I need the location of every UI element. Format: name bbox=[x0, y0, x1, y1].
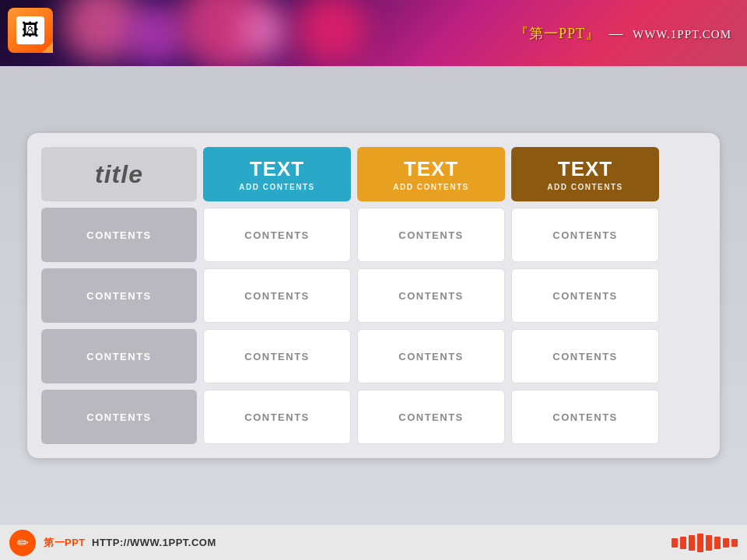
cell-text: CONTENTS bbox=[398, 290, 464, 302]
data-cell-r3c2[interactable]: CONTENTS bbox=[203, 329, 351, 383]
title-label: title bbox=[95, 160, 143, 189]
header-cell-blue[interactable]: TEXT ADD CONTENTS bbox=[203, 147, 351, 201]
data-cell-r4c1[interactable]: CONTENTS bbox=[41, 390, 197, 444]
bar-8 bbox=[731, 539, 738, 547]
cell-text: CONTENTS bbox=[86, 351, 152, 362]
data-cell-r1c2[interactable]: CONTENTS bbox=[203, 208, 351, 262]
header-banner: 🖼 『第一PPT』 — WWW.1PPT.COM bbox=[0, 0, 747, 66]
data-cell-r1c1[interactable]: CONTENTS bbox=[41, 208, 197, 262]
tagline-dash: — bbox=[608, 26, 623, 41]
bokeh-decoration bbox=[124, 4, 187, 66]
cell-text: CONTENTS bbox=[244, 411, 310, 423]
header-cell-orange[interactable]: TEXT ADD CONTENTS bbox=[357, 147, 505, 201]
bar-6 bbox=[714, 537, 721, 549]
data-cell-r2c2[interactable]: CONTENTS bbox=[203, 268, 351, 323]
cell-text: CONTENTS bbox=[86, 290, 152, 302]
cell-text: CONTENTS bbox=[244, 229, 310, 241]
data-cell-r1c4[interactable]: CONTENTS bbox=[511, 208, 659, 262]
cell-text: CONTENTS bbox=[86, 229, 152, 241]
cell-text: CONTENTS bbox=[86, 411, 152, 423]
footer-url: HTTP://WWW.1PPT.COM bbox=[92, 537, 216, 548]
header-main-text-2: TEXT bbox=[404, 157, 458, 181]
app-logo: 🖼 bbox=[8, 8, 53, 53]
data-cell-r2c3[interactable]: CONTENTS bbox=[357, 268, 505, 323]
cell-text: CONTENTS bbox=[244, 351, 310, 362]
header-sub-text-3: ADD CONTENTS bbox=[547, 183, 622, 191]
bar-1 bbox=[672, 538, 678, 548]
main-content: title TEXT ADD CONTENTS TEXT ADD CONTENT… bbox=[0, 66, 747, 525]
header-cell-brown[interactable]: TEXT ADD CONTENTS bbox=[511, 147, 659, 201]
data-cell-r4c2[interactable]: CONTENTS bbox=[203, 390, 351, 444]
table-container: title TEXT ADD CONTENTS TEXT ADD CONTENT… bbox=[27, 133, 720, 458]
footer-bars bbox=[672, 534, 738, 552]
data-cell-r3c1[interactable]: CONTENTS bbox=[41, 329, 197, 383]
cell-text: CONTENTS bbox=[552, 411, 618, 423]
title-cell: title bbox=[41, 147, 197, 201]
data-cell-r2c4[interactable]: CONTENTS bbox=[511, 268, 659, 323]
cell-text: CONTENTS bbox=[552, 290, 618, 302]
header-main-text-1: TEXT bbox=[250, 157, 304, 181]
cell-text: CONTENTS bbox=[244, 290, 310, 302]
cell-text: CONTENTS bbox=[552, 351, 618, 362]
data-cell-r3c3[interactable]: CONTENTS bbox=[357, 329, 505, 383]
footer-text: 第一PPT HTTP://WWW.1PPT.COM bbox=[44, 536, 216, 550]
tagline-url: WWW.1PPT.COM bbox=[633, 28, 731, 40]
data-cell-r4c3[interactable]: CONTENTS bbox=[357, 390, 505, 444]
data-cell-r4c4[interactable]: CONTENTS bbox=[511, 390, 659, 444]
header-sub-text-2: ADD CONTENTS bbox=[393, 183, 468, 191]
data-cell-r1c3[interactable]: CONTENTS bbox=[357, 208, 505, 262]
bokeh-decoration bbox=[241, 8, 288, 54]
tagline-text: 『第一PPT』 bbox=[514, 26, 600, 41]
header-main-text-3: TEXT bbox=[558, 157, 612, 181]
data-cell-r3c4[interactable]: CONTENTS bbox=[511, 329, 659, 383]
bokeh-decoration bbox=[296, 0, 366, 62]
bar-5 bbox=[706, 535, 712, 551]
footer-brand: 第一PPT bbox=[44, 537, 86, 548]
footer: ✏ 第一PPT HTTP://WWW.1PPT.COM bbox=[0, 525, 747, 560]
cell-text: CONTENTS bbox=[398, 411, 464, 423]
bar-3 bbox=[689, 535, 695, 551]
bar-2 bbox=[680, 537, 686, 549]
bar-4 bbox=[697, 534, 703, 552]
pencil-icon: ✏ bbox=[9, 530, 36, 556]
cell-text: CONTENTS bbox=[552, 229, 618, 241]
bar-7 bbox=[723, 538, 729, 548]
cell-text: CONTENTS bbox=[398, 351, 464, 362]
cell-text: CONTENTS bbox=[398, 229, 464, 241]
header-tagline: 『第一PPT』 — WWW.1PPT.COM bbox=[514, 24, 731, 43]
content-grid: title TEXT ADD CONTENTS TEXT ADD CONTENT… bbox=[41, 147, 706, 444]
header-sub-text-1: ADD CONTENTS bbox=[239, 183, 314, 191]
data-cell-r2c1[interactable]: CONTENTS bbox=[41, 268, 197, 323]
presentation-icon: 🖼 bbox=[22, 20, 39, 40]
